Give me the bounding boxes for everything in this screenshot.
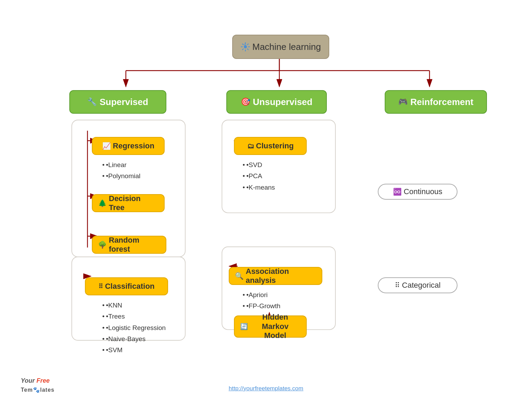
svg-rect-16 <box>222 120 335 213</box>
footer-logo: Your Free Tem🐾lates <box>21 376 54 394</box>
tree-icon: 🌲 <box>98 199 107 207</box>
bullet-knn: •KNN <box>102 300 166 311</box>
supervised-node: 🔧 Supervised <box>69 90 166 114</box>
classification-label: Classification <box>105 282 155 291</box>
random-forest-label: Random forest <box>109 236 160 254</box>
svg-text:⚙: ⚙ <box>244 43 246 46</box>
root-node: ⚙ Machine learning <box>232 35 329 59</box>
logo-templates: Tem🐾lates <box>21 387 54 393</box>
bullet-polynomial: •Polynomial <box>102 171 140 182</box>
bullet-fp-growth: •FP-Growth <box>243 301 280 312</box>
website-link[interactable]: http://yourfreetemplates.com <box>229 385 303 392</box>
random-forest-node: 🌳 Random forest <box>92 236 166 254</box>
reinforcement-label: Reinforcement <box>410 97 473 107</box>
bullet-svm: •SVM <box>102 345 166 356</box>
markov-icon: 🔄 <box>240 323 248 330</box>
bullet-apriori: •Apriori <box>243 289 280 301</box>
reinforcement-node: 🎮 Reinforcement <box>385 90 487 114</box>
wrench-icon: 🔧 <box>87 97 97 106</box>
bullet-pca: •PCA <box>243 171 275 182</box>
clustering-bullets: •SVD •PCA •K-means <box>243 159 275 193</box>
continuous-node: ♾️ Continuous <box>378 184 457 200</box>
chart-icon: 📈 <box>102 142 111 150</box>
layers-icon: 🗂 <box>247 142 254 150</box>
game-icon: 🎮 <box>398 97 408 106</box>
analysis-icon: 🔍 <box>235 272 244 280</box>
hidden-markov-node: 🔄 HiddenMarkov Model <box>234 315 307 338</box>
footer-link[interactable]: http://yourfreetemplates.com <box>229 385 303 392</box>
association-node: 🔍 Association analysis <box>229 267 322 285</box>
logo-free: Free <box>36 377 50 384</box>
bullet-logistic: •Logistic Regression <box>102 322 166 333</box>
unsupervised-label: Unsupervised <box>253 97 313 107</box>
classification-node: ⠿ Classification <box>85 277 168 295</box>
classify-icon: ⠿ <box>98 283 103 290</box>
supervised-label: Supervised <box>99 97 148 107</box>
continuous-icon: ♾️ <box>393 188 402 196</box>
categorical-icon: ⠿ <box>395 281 400 289</box>
continuous-label: Continuous <box>404 187 442 196</box>
logo-your: Your <box>21 377 36 384</box>
bullet-kmeans: •K-means <box>243 182 275 193</box>
classification-bullets: •KNN •Trees •Logistic Regression •Naive-… <box>102 300 166 356</box>
gear-icon: ⚙ <box>241 42 250 52</box>
bullet-svd: •SVD <box>243 159 275 171</box>
root-label: Machine learning <box>252 42 321 52</box>
categorical-node: ⠿ Categorical <box>378 277 457 293</box>
association-label: Association analysis <box>246 267 316 285</box>
unsupervised-node: 🎯 Unsupervised <box>226 90 327 114</box>
decision-tree-label: Decision Tree <box>109 194 158 212</box>
hidden-markov-label: HiddenMarkov Model <box>250 313 300 340</box>
clustering-node: 🗂 Clustering <box>234 137 307 155</box>
bullet-trees: •Trees <box>102 311 166 322</box>
bullet-linear: •Linear <box>102 159 140 171</box>
bullet-naive-bayes: •Naive-Bayes <box>102 333 166 345</box>
regression-node: 📈 Regression <box>92 137 165 155</box>
categorical-label: Categorical <box>402 281 441 290</box>
association-bullets: •Apriori •FP-Growth <box>243 289 280 312</box>
regression-bullets: •Linear •Polynomial <box>102 159 140 182</box>
dart-icon: 🎯 <box>241 97 250 106</box>
clustering-label: Clustering <box>256 141 294 150</box>
forest-icon: 🌳 <box>98 241 107 249</box>
regression-label: Regression <box>113 141 155 150</box>
decision-tree-node: 🌲 Decision Tree <box>92 194 165 212</box>
